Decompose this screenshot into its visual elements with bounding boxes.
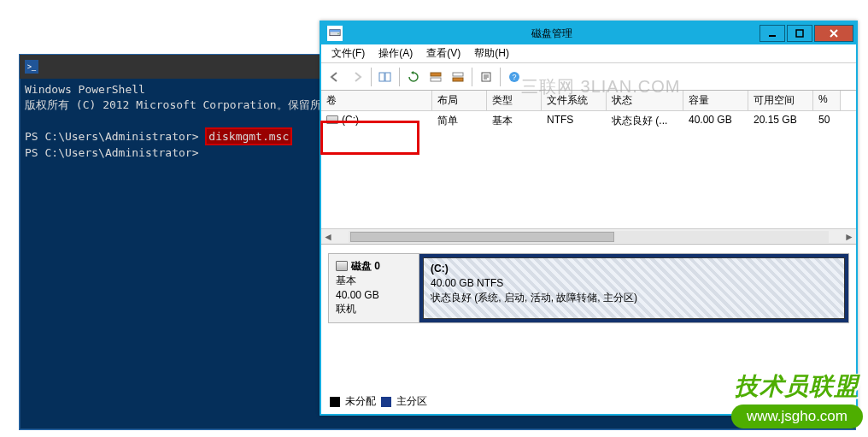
maximize-button[interactable] [787,25,812,42]
col-capacity[interactable]: 容量 [683,91,748,110]
badge-title: 技术员联盟 [731,370,863,403]
menu-help[interactable]: 帮助(H) [469,44,514,62]
refresh-button[interactable] [403,67,424,87]
disk-icon [336,261,348,271]
legend-label-primary: 主分区 [396,394,427,409]
col-volume[interactable]: 卷 [321,91,432,110]
disk-management-icon [327,26,343,41]
svg-rect-6 [385,73,390,81]
col-fs[interactable]: 文件系统 [542,91,607,110]
legend-swatch-primary [381,397,391,407]
cell-fs: NTFS [542,111,607,131]
properties-button[interactable] [476,67,496,87]
partition-c[interactable]: (C:) 40.00 GB NTFS 状态良好 (系统, 启动, 活动, 故障转… [423,257,845,319]
svg-rect-10 [453,78,463,81]
badge-url: www.jsgho.com [731,405,863,428]
close-button[interactable] [814,25,853,42]
legend-swatch-unallocated [330,397,340,407]
cell-free: 20.15 GB [748,111,813,131]
view-top-button[interactable] [425,67,446,87]
minimize-button[interactable] [760,25,785,42]
disk-management-window: 磁盘管理 文件(F) 操作(A) 查看(V) 帮助(H) ? 卷 布局 类型 文 [320,21,858,416]
volume-row[interactable]: (C:) 简单 基本 NTFS 状态良好 (... 40.00 GB 20.15… [321,111,856,131]
scroll-right-arrow[interactable]: ► [842,230,856,244]
menu-action[interactable]: 操作(A) [373,44,418,62]
forward-button[interactable] [347,67,367,87]
svg-rect-8 [431,78,441,81]
svg-rect-5 [379,73,384,81]
col-free[interactable]: 可用空间 [748,91,813,110]
toolbar-separator [472,68,472,86]
toolbar-separator [371,68,372,86]
disk-info-panel: 磁盘 0 基本 40.00 GB 联机 [329,254,419,322]
ps-line: 版权所有 (C) 2012 Microsoft Corporation。保留所有… [25,98,343,111]
menu-view[interactable]: 查看(V) [421,44,466,62]
col-layout[interactable]: 布局 [432,91,487,110]
col-pct[interactable]: % [813,91,841,110]
cell-capacity: 40.00 GB [683,111,748,131]
legend: 未分配 主分区 [330,394,427,409]
svg-rect-3 [769,35,776,37]
col-type[interactable]: 类型 [487,91,542,110]
site-badge: 技术员联盟 www.jsgho.com [731,370,863,428]
ps-line: Windows PowerShell [25,83,145,96]
cell-type: 基本 [487,111,542,131]
dm-title: 磁盘管理 [346,27,758,41]
svg-rect-7 [431,73,441,76]
disk-partition-area: (C:) 40.00 GB NTFS 状态良好 (系统, 启动, 活动, 故障转… [419,254,848,322]
view-windows-button[interactable] [375,67,396,87]
svg-rect-4 [796,30,803,37]
dm-titlebar[interactable]: 磁盘管理 [321,22,856,44]
help-button[interactable]: ? [504,67,525,87]
dm-toolbar: ? [321,63,856,91]
toolbar-separator [500,68,501,86]
volume-icon [326,115,338,124]
back-button[interactable] [325,67,345,87]
svg-rect-1 [330,30,340,32]
ps-prompt: PS C:\Users\Administrator> [25,146,199,159]
svg-text:?: ? [512,73,516,81]
col-status[interactable]: 状态 [607,91,683,110]
volume-list-header: 卷 布局 类型 文件系统 状态 容量 可用空间 % [321,91,856,111]
svg-rect-9 [453,73,463,76]
legend-label-unallocated: 未分配 [345,394,376,409]
volume-list: 卷 布局 类型 文件系统 状态 容量 可用空间 % (C:) 简单 基本 NTF… [321,91,856,245]
cell-pct: 50 [813,111,841,131]
svg-point-2 [337,33,339,35]
view-bottom-button[interactable] [448,67,468,87]
cell-volume: (C:) [321,111,432,131]
scroll-left-arrow[interactable]: ◄ [321,230,335,244]
powershell-icon: >_ [25,60,38,74]
menu-file[interactable]: 文件(F) [326,44,370,62]
dm-menubar: 文件(F) 操作(A) 查看(V) 帮助(H) [321,44,856,63]
scrollbar-track[interactable] [349,231,829,243]
ps-prompt: PS C:\Users\Administrator> [25,130,199,143]
cell-status: 状态良好 (... [607,111,683,131]
disk-block[interactable]: 磁盘 0 基本 40.00 GB 联机 (C:) 40.00 GB NTFS 状… [328,253,849,323]
cell-layout: 简单 [432,111,487,131]
toolbar-separator [399,68,400,86]
ps-command-highlight: diskmgmt.msc [205,127,292,146]
horizontal-scrollbar[interactable]: ◄ ► [321,228,856,244]
scrollbar-thumb[interactable] [350,232,614,242]
